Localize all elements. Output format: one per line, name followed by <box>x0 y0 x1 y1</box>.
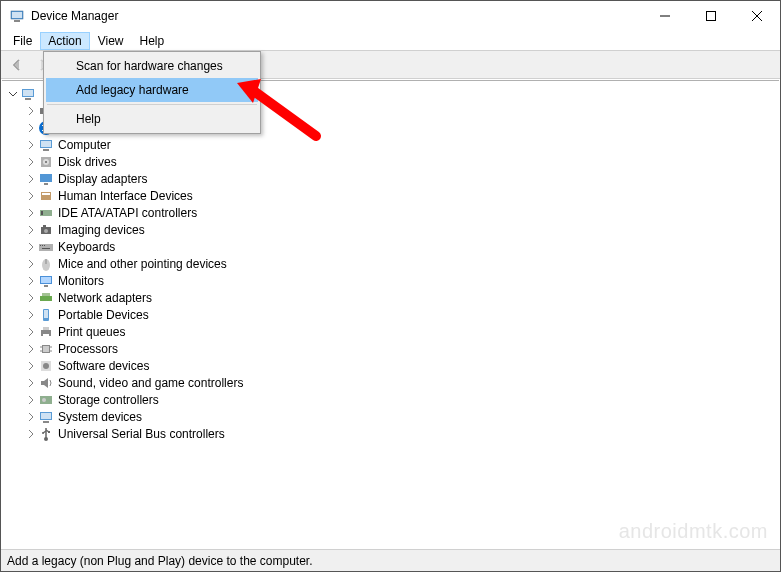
chevron-right-icon[interactable] <box>24 240 38 254</box>
tree-category[interactable]: IDE ATA/ATAPI controllers <box>24 204 779 221</box>
svg-rect-2 <box>14 20 20 22</box>
tree-category[interactable]: Portable Devices <box>24 306 779 323</box>
menubar: File Action View Help <box>1 31 780 51</box>
tree-category[interactable]: Network adapters <box>24 289 779 306</box>
tree-category-label: Print queues <box>58 325 125 339</box>
svg-rect-19 <box>40 174 52 182</box>
chevron-right-icon[interactable] <box>24 359 38 373</box>
back-button[interactable] <box>5 53 29 77</box>
tree-category[interactable]: Keyboards <box>24 238 779 255</box>
svg-rect-31 <box>44 245 45 246</box>
menu-action[interactable]: Action <box>40 32 89 50</box>
printer-icon <box>38 324 54 340</box>
device-tree[interactable]: BatteriesBluetoothComputerDisk drivesDis… <box>2 80 779 549</box>
chevron-right-icon[interactable] <box>24 257 38 271</box>
tree-category-label: Portable Devices <box>58 308 149 322</box>
svg-point-26 <box>44 229 48 233</box>
tree-category[interactable]: Computer <box>24 136 779 153</box>
tree-category-label: Display adapters <box>58 172 147 186</box>
computer-icon <box>20 86 36 102</box>
mouse-icon <box>38 256 54 272</box>
svg-rect-14 <box>41 141 51 147</box>
chevron-right-icon[interactable] <box>24 393 38 407</box>
chevron-right-icon[interactable] <box>24 189 38 203</box>
tree-category[interactable]: Mice and other pointing devices <box>24 255 779 272</box>
chevron-right-icon[interactable] <box>24 121 38 135</box>
menu-help[interactable]: Help <box>132 32 173 50</box>
tree-category[interactable]: Software devices <box>24 357 779 374</box>
svg-rect-36 <box>41 277 51 283</box>
hid-icon <box>38 188 54 204</box>
tree-category-label: Network adapters <box>58 291 152 305</box>
tree-category[interactable]: Imaging devices <box>24 221 779 238</box>
svg-rect-43 <box>43 327 49 330</box>
tree-category[interactable]: Print queues <box>24 323 779 340</box>
usb-icon <box>38 426 54 442</box>
menu-add-legacy-hardware[interactable]: Add legacy hardware <box>46 78 258 102</box>
close-button[interactable] <box>734 1 780 31</box>
window-controls <box>642 1 780 31</box>
svg-point-60 <box>42 432 44 434</box>
tree-category-label: Sound, video and game controllers <box>58 376 243 390</box>
svg-point-52 <box>43 363 49 369</box>
menu-file[interactable]: File <box>5 32 40 50</box>
expander-icon[interactable] <box>6 87 20 101</box>
chevron-right-icon[interactable] <box>24 172 38 186</box>
chevron-right-icon[interactable] <box>24 223 38 237</box>
tree-category[interactable]: Sound, video and game controllers <box>24 374 779 391</box>
statusbar: Add a legacy (non Plug and Play) device … <box>1 549 780 571</box>
chevron-right-icon[interactable] <box>24 274 38 288</box>
chevron-right-icon[interactable] <box>24 427 38 441</box>
tree-category[interactable]: Monitors <box>24 272 779 289</box>
software-icon <box>38 358 54 374</box>
tree-category[interactable]: System devices <box>24 408 779 425</box>
storage-icon <box>38 392 54 408</box>
menu-help-item[interactable]: Help <box>46 107 258 131</box>
window-title: Device Manager <box>31 9 118 23</box>
chevron-right-icon[interactable] <box>24 410 38 424</box>
svg-rect-56 <box>41 413 51 419</box>
svg-rect-37 <box>44 285 48 287</box>
tree-category[interactable]: Display adapters <box>24 170 779 187</box>
tree-category[interactable]: Human Interface Devices <box>24 187 779 204</box>
tree-category-label: Universal Serial Bus controllers <box>58 427 225 441</box>
tree-category[interactable]: Processors <box>24 340 779 357</box>
chevron-right-icon[interactable] <box>24 291 38 305</box>
status-text: Add a legacy (non Plug and Play) device … <box>7 554 313 568</box>
tree-category-label: Computer <box>58 138 111 152</box>
maximize-button[interactable] <box>688 1 734 31</box>
chevron-right-icon[interactable] <box>24 206 38 220</box>
chevron-right-icon[interactable] <box>24 138 38 152</box>
tree-category-label: Monitors <box>58 274 104 288</box>
tree-category-label: Mice and other pointing devices <box>58 257 227 271</box>
menu-view[interactable]: View <box>90 32 132 50</box>
chevron-right-icon[interactable] <box>24 325 38 339</box>
svg-rect-1 <box>12 12 22 18</box>
chevron-right-icon[interactable] <box>24 155 38 169</box>
minimize-button[interactable] <box>642 1 688 31</box>
tree-category-label: Imaging devices <box>58 223 145 237</box>
chevron-right-icon[interactable] <box>24 342 38 356</box>
tree-category-label: Software devices <box>58 359 149 373</box>
tree-category[interactable]: Universal Serial Bus controllers <box>24 425 779 442</box>
svg-point-18 <box>45 161 47 163</box>
imaging-icon <box>38 222 54 238</box>
tree-category-label: System devices <box>58 410 142 424</box>
svg-rect-9 <box>25 98 31 100</box>
tree-category[interactable]: Storage controllers <box>24 391 779 408</box>
svg-rect-57 <box>43 421 49 423</box>
chevron-right-icon[interactable] <box>24 104 38 118</box>
watermark: androidmtk.com <box>619 520 768 543</box>
menu-scan-hardware-changes[interactable]: Scan for hardware changes <box>46 54 258 78</box>
svg-rect-61 <box>48 431 50 433</box>
svg-rect-41 <box>44 310 48 318</box>
tree-category-label: IDE ATA/ATAPI controllers <box>58 206 197 220</box>
titlebar: Device Manager <box>1 1 780 31</box>
svg-rect-20 <box>44 183 48 185</box>
tree-category-label: Disk drives <box>58 155 117 169</box>
chevron-right-icon[interactable] <box>24 376 38 390</box>
chevron-right-icon[interactable] <box>24 308 38 322</box>
tree-category[interactable]: Disk drives <box>24 153 779 170</box>
monitor-icon <box>38 273 54 289</box>
network-icon <box>38 290 54 306</box>
